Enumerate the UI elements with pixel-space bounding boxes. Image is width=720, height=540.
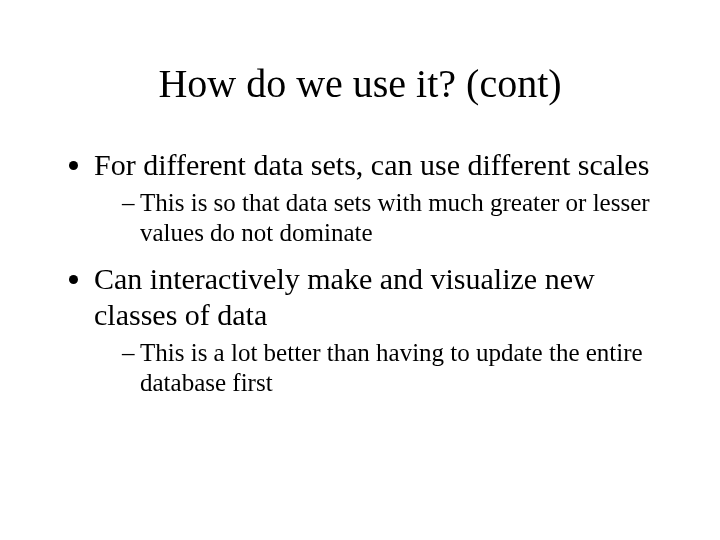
list-item: For different data sets, can use differe… — [94, 147, 660, 247]
bullet-text: For different data sets, can use differe… — [94, 148, 649, 181]
bullet-list: For different data sets, can use differe… — [60, 147, 660, 397]
sub-bullet-text: This is a lot better than having to upda… — [140, 339, 643, 396]
sub-list: This is a lot better than having to upda… — [94, 338, 660, 397]
sub-list: This is so that data sets with much grea… — [94, 188, 660, 247]
list-item: This is a lot better than having to upda… — [122, 338, 660, 397]
bullet-text: Can interactively make and visualize new… — [94, 262, 595, 330]
sub-bullet-text: This is so that data sets with much grea… — [140, 189, 650, 246]
list-item: This is so that data sets with much grea… — [122, 188, 660, 247]
slide-title: How do we use it? (cont) — [60, 60, 660, 107]
list-item: Can interactively make and visualize new… — [94, 261, 660, 397]
slide: How do we use it? (cont) For different d… — [0, 0, 720, 540]
